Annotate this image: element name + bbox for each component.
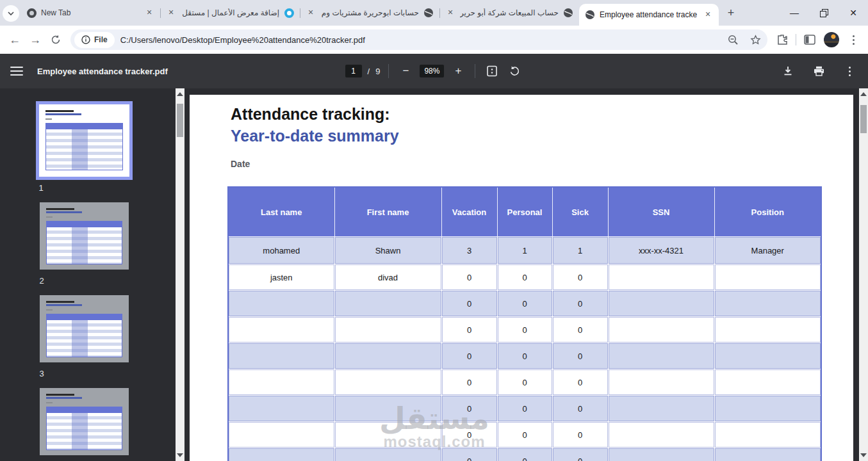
page-total: 9 bbox=[375, 67, 380, 76]
document-title: Attendance tracking: bbox=[231, 105, 853, 124]
mini-table-body bbox=[47, 227, 122, 264]
tab-close-icon[interactable]: × bbox=[703, 10, 713, 20]
table-cell bbox=[714, 264, 821, 291]
thumbnail-page-number: 1 bbox=[39, 183, 129, 193]
toolbar-separator bbox=[475, 64, 475, 78]
scroll-down-arrow-icon[interactable] bbox=[177, 453, 183, 457]
file-chip-label: File bbox=[94, 35, 108, 44]
address-bar: ← → File C:/Users/lenovo/Desktop/Employe… bbox=[0, 26, 868, 54]
tab-close-icon[interactable]: × bbox=[306, 8, 316, 18]
table-cell: 0 bbox=[497, 369, 552, 396]
page-thumbnail-3[interactable] bbox=[40, 295, 129, 362]
table-cell bbox=[228, 317, 334, 343]
browser-menu-kebab-icon[interactable] bbox=[844, 30, 863, 49]
table-cell bbox=[714, 369, 821, 396]
mini-date-line bbox=[46, 216, 53, 218]
print-button[interactable] bbox=[810, 63, 827, 79]
table-cell bbox=[334, 291, 441, 317]
mini-table-mid-columns bbox=[72, 413, 88, 449]
column-header-vacation: Vacation bbox=[441, 187, 497, 237]
forward-button[interactable]: → bbox=[26, 30, 45, 49]
scrollbar-thumb[interactable] bbox=[860, 105, 867, 133]
scroll-down-arrow-icon[interactable] bbox=[860, 453, 867, 457]
table-cell: divad bbox=[334, 264, 441, 291]
tab-title: حسابات ابوحريرة مشتريات وم bbox=[320, 8, 419, 17]
close-window-button[interactable]: ✕ bbox=[839, 0, 868, 26]
restore-button[interactable] bbox=[809, 0, 839, 26]
table-row: 000 bbox=[228, 291, 821, 317]
mini-table bbox=[45, 123, 123, 170]
page-thumbnail-4[interactable] bbox=[40, 388, 129, 455]
info-icon bbox=[81, 35, 90, 44]
table-cell bbox=[228, 448, 334, 461]
zoom-out-page-icon[interactable] bbox=[725, 31, 741, 48]
extensions-puzzle-icon[interactable] bbox=[773, 30, 792, 49]
reload-button[interactable] bbox=[46, 30, 65, 49]
mini-subtitle-line bbox=[45, 113, 81, 115]
browser-tab-1[interactable]: New Tab× bbox=[20, 0, 160, 26]
mini-table-mid-columns bbox=[72, 320, 88, 357]
column-header-sick: Sick bbox=[552, 187, 608, 237]
table-cell: 0 bbox=[497, 396, 552, 422]
thumbnails-list: 123 bbox=[0, 88, 168, 461]
pdf-menu-hamburger-icon[interactable] bbox=[10, 67, 23, 76]
column-header-position: Position bbox=[714, 187, 821, 237]
toolbar-divider bbox=[796, 34, 796, 45]
table-cell: 0 bbox=[497, 317, 552, 343]
page-thumbnail-2[interactable] bbox=[40, 202, 129, 270]
zoom-in-button[interactable]: + bbox=[450, 63, 466, 79]
fit-page-button[interactable] bbox=[484, 63, 500, 79]
minimize-button[interactable]: — bbox=[780, 0, 809, 26]
page-thumbnail-1[interactable] bbox=[39, 104, 129, 177]
table-cell: 3 bbox=[441, 237, 497, 264]
scrollbar-thumb[interactable] bbox=[177, 104, 183, 137]
new-tab-button[interactable]: + bbox=[723, 4, 739, 21]
scroll-up-arrow-icon[interactable] bbox=[177, 92, 183, 96]
date-label: Date bbox=[231, 159, 853, 169]
browser-tab-2[interactable]: ×إضافة معرض الأعمال | مستقل bbox=[160, 0, 300, 26]
table-cell: xxx-xx-4321 bbox=[608, 237, 714, 264]
column-header-ssn: SSN bbox=[608, 187, 714, 237]
tab-title: إضافة معرض الأعمال | مستقل bbox=[181, 8, 279, 17]
mini-date-line bbox=[46, 309, 53, 311]
pdf-more-options-kebab-icon[interactable] bbox=[841, 63, 858, 79]
table-row: 000 bbox=[228, 317, 821, 343]
tab-close-icon[interactable]: × bbox=[445, 8, 455, 18]
url-text[interactable]: C:/Users/lenovo/Desktop/Employee%20atten… bbox=[120, 35, 719, 45]
table-cell bbox=[608, 343, 714, 369]
bookmark-star-icon[interactable] bbox=[747, 31, 764, 48]
file-scheme-chip[interactable]: File bbox=[74, 32, 115, 48]
tab-close-icon[interactable]: × bbox=[166, 8, 176, 18]
zoom-out-button[interactable]: − bbox=[397, 63, 414, 79]
table-cell: 1 bbox=[552, 237, 608, 264]
mini-table bbox=[46, 314, 122, 357]
browser-tab-4[interactable]: ×حساب المبيعات شركة أبو حرير bbox=[439, 0, 579, 26]
table-cell: 0 bbox=[441, 264, 497, 291]
table-cell bbox=[228, 369, 334, 396]
table-cell: 0 bbox=[552, 317, 608, 343]
main-scrollbar[interactable] bbox=[859, 88, 868, 461]
profile-avatar[interactable] bbox=[824, 32, 839, 47]
zoom-level-input[interactable]: 98% bbox=[420, 65, 444, 77]
table-cell bbox=[714, 343, 821, 369]
table-row: jastendivad000 bbox=[228, 264, 821, 291]
tab-close-icon[interactable]: × bbox=[144, 8, 154, 18]
page-number-input[interactable]: 1 bbox=[345, 65, 362, 77]
scroll-up-arrow-icon[interactable] bbox=[860, 92, 867, 96]
address-omnibox[interactable]: File C:/Users/lenovo/Desktop/Employee%20… bbox=[70, 29, 767, 50]
sidebar-scrollbar[interactable] bbox=[176, 88, 184, 461]
mini-table-mid-columns bbox=[72, 227, 88, 264]
browser-tab-3[interactable]: ×حسابات ابوحريرة مشتريات وم bbox=[300, 0, 439, 26]
back-button[interactable]: ← bbox=[5, 30, 24, 49]
mini-table-header bbox=[47, 314, 122, 320]
pdf-toolbar-right bbox=[780, 63, 858, 79]
table-row: 000 bbox=[228, 369, 821, 396]
table-cell: 0 bbox=[441, 317, 497, 343]
download-button[interactable] bbox=[780, 63, 796, 79]
table-row: 000 bbox=[228, 448, 821, 461]
tab-search-button[interactable] bbox=[3, 5, 19, 22]
browser-tab-5[interactable]: Employee attendance tracke× bbox=[579, 4, 719, 26]
side-panel-icon[interactable] bbox=[800, 30, 819, 49]
rotate-button[interactable] bbox=[506, 63, 523, 79]
restore-icon bbox=[820, 9, 828, 17]
